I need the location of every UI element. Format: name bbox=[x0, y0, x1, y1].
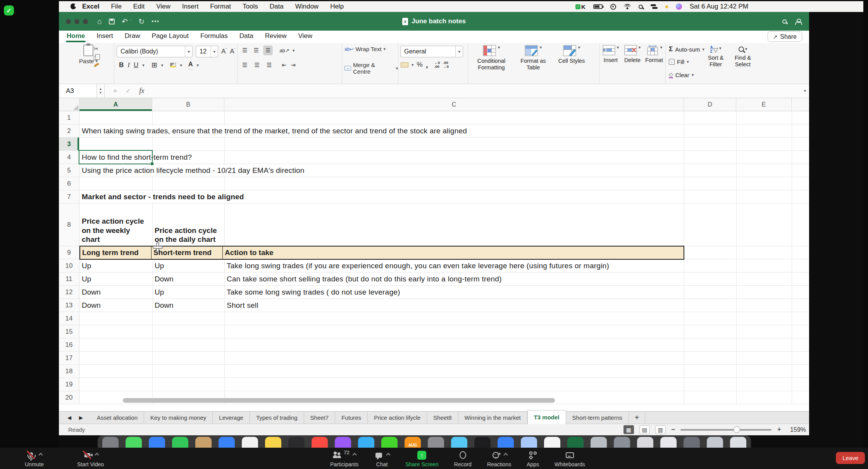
record-button[interactable]: Record bbox=[454, 450, 472, 467]
chat-chevron-icon[interactable] bbox=[386, 453, 390, 457]
add-sheet-button[interactable]: + bbox=[629, 412, 646, 424]
undo-icon[interactable]: ↶ bbox=[122, 17, 128, 26]
screen-mirroring-icon[interactable] bbox=[610, 4, 616, 10]
italic-button[interactable]: I bbox=[127, 61, 130, 69]
account-icon[interactable] bbox=[795, 19, 801, 24]
find-select-button[interactable]: ▾ Find & Select bbox=[730, 46, 756, 67]
sheet-tab-winning-in-the-market[interactable]: Winning in the market bbox=[458, 412, 527, 424]
cell-a8[interactable]: Price action cycle on the weekly chart bbox=[79, 203, 152, 246]
merge-centre-label[interactable]: Merge & Centre bbox=[353, 62, 394, 75]
dock-app-icon[interactable] bbox=[451, 437, 467, 448]
chat-button[interactable]: Chat bbox=[374, 450, 390, 467]
tab-insert[interactable]: Insert bbox=[96, 31, 114, 42]
align-middle-icon[interactable]: ☰ bbox=[252, 46, 260, 55]
dock-app-icon[interactable] bbox=[428, 437, 444, 448]
cell-a13[interactable]: Down bbox=[79, 299, 152, 312]
row-header[interactable]: 17 bbox=[59, 352, 79, 364]
number-format-select[interactable]: General ▾ bbox=[400, 46, 463, 57]
menu-insert[interactable]: Insert bbox=[182, 3, 199, 10]
undo-chevron-icon[interactable]: ˇ bbox=[130, 19, 131, 24]
cell-c10[interactable]: Take long swing trades (if you are exper… bbox=[224, 259, 809, 272]
comma-style-button[interactable]: , bbox=[426, 63, 428, 67]
sheet-tab-t3-model[interactable]: T3 model bbox=[527, 410, 566, 424]
cell-styles-button[interactable]: ▾ Cell Styles bbox=[555, 45, 588, 64]
reactions-button[interactable]: + Reactions bbox=[487, 450, 511, 467]
borders-icon[interactable]: ⊞ bbox=[152, 61, 157, 69]
font-name-select[interactable]: Calibri (Body) ▾ bbox=[117, 46, 193, 57]
column-header-a[interactable]: A bbox=[79, 98, 152, 111]
share-screen-button[interactable]: ↑ Share Screen bbox=[405, 450, 439, 467]
save-icon[interactable] bbox=[109, 19, 115, 24]
tab-review[interactable]: Review bbox=[264, 31, 288, 42]
menu-help[interactable]: Help bbox=[330, 3, 344, 10]
unmute-button[interactable]: Unmute bbox=[25, 450, 44, 467]
dock-app-icon[interactable] bbox=[614, 437, 630, 448]
delete-cells-button[interactable]: ▾ Delete bbox=[622, 45, 643, 64]
row-header[interactable]: 4 bbox=[59, 151, 79, 164]
reactions-chevron-icon[interactable] bbox=[503, 453, 508, 457]
zoom-level-label[interactable]: 159% bbox=[787, 426, 806, 433]
cell-b9[interactable]: Short-term trend bbox=[152, 247, 223, 259]
dock-app-icon[interactable] bbox=[242, 437, 258, 448]
sheet-tab-price-action-lifycle[interactable]: Price action lifycle bbox=[368, 412, 427, 424]
cell-b11[interactable]: Down bbox=[152, 272, 224, 285]
leave-meeting-button[interactable]: Leave bbox=[836, 452, 865, 464]
cell-b12[interactable]: Up bbox=[152, 286, 224, 298]
accounting-format-icon[interactable] bbox=[401, 62, 408, 67]
enter-icon[interactable]: ✓ bbox=[126, 87, 131, 95]
increase-indent-icon[interactable]: ⇥ bbox=[291, 62, 296, 69]
align-left-icon[interactable]: ☰ bbox=[241, 61, 249, 69]
dock-app-icon[interactable] bbox=[730, 437, 746, 448]
increase-font-button[interactable]: Aˆ bbox=[221, 48, 227, 55]
decrease-indent-icon[interactable]: ⇤ bbox=[282, 62, 287, 69]
zoom-slider-thumb[interactable] bbox=[734, 426, 740, 433]
column-header-c[interactable]: C bbox=[224, 98, 684, 111]
row-header[interactable]: 19 bbox=[59, 378, 79, 391]
menu-view[interactable]: View bbox=[156, 3, 170, 10]
wrap-text-label[interactable]: Wrap Text bbox=[355, 46, 381, 52]
zoom-slider[interactable] bbox=[680, 429, 772, 431]
menu-format[interactable]: Format bbox=[210, 3, 231, 10]
dock-app-icon[interactable] bbox=[172, 437, 188, 448]
page-layout-view-button[interactable]: ▤ bbox=[639, 425, 650, 434]
dock-app-icon[interactable] bbox=[126, 437, 142, 448]
autosum-button[interactable]: Σ Auto-sum ▾ bbox=[669, 45, 704, 53]
cell-b10[interactable]: Up bbox=[152, 259, 224, 272]
menu-window[interactable]: Window bbox=[295, 3, 319, 10]
menu-edit[interactable]: Edit bbox=[133, 3, 145, 10]
dock-app-icon[interactable] bbox=[660, 437, 677, 448]
spotlight-search-icon[interactable] bbox=[639, 5, 643, 9]
copy-icon[interactable] bbox=[94, 56, 98, 60]
keyboard-app-icon[interactable]: ✓K bbox=[575, 3, 586, 10]
cell-a10[interactable]: Up bbox=[79, 259, 152, 272]
tab-draw[interactable]: Draw bbox=[124, 31, 141, 42]
format-painter-icon[interactable] bbox=[94, 62, 99, 67]
zoom-window-button[interactable] bbox=[83, 19, 88, 24]
horizontal-scrollbar[interactable] bbox=[123, 398, 555, 403]
font-color-icon[interactable]: A bbox=[188, 61, 193, 69]
dock-app-icon[interactable] bbox=[195, 437, 212, 448]
dock-app-icon[interactable] bbox=[544, 437, 560, 448]
decrease-font-button[interactable]: Aˇ bbox=[230, 48, 235, 55]
align-center-icon[interactable]: ☰ bbox=[253, 61, 261, 69]
row-header[interactable]: 11 bbox=[59, 272, 79, 285]
insert-function-icon[interactable]: fx bbox=[139, 87, 144, 95]
wifi-icon[interactable] bbox=[624, 4, 631, 9]
row-header[interactable]: 13 bbox=[59, 299, 79, 312]
cell-c11[interactable]: Can take some short selling trades (but … bbox=[224, 272, 809, 285]
dock-app-icon[interactable] bbox=[358, 437, 374, 448]
font-size-select[interactable]: 12 ▾ bbox=[196, 46, 218, 57]
dock-app-icon[interactable] bbox=[474, 437, 491, 448]
dock-app-icon[interactable] bbox=[219, 437, 235, 448]
row-header[interactable]: 1 bbox=[59, 111, 79, 124]
menu-file[interactable]: File bbox=[111, 3, 121, 10]
dock-app-icon[interactable]: AUG bbox=[405, 437, 421, 448]
minimize-window-button[interactable] bbox=[74, 19, 79, 24]
align-top-icon[interactable]: ☰ bbox=[241, 46, 249, 55]
sheet-tab-sheet8[interactable]: Sheet8 bbox=[427, 412, 458, 424]
unmute-chevron-icon[interactable] bbox=[38, 453, 43, 457]
increase-decimal-button[interactable]: .00→0 bbox=[443, 61, 449, 69]
formula-input[interactable] bbox=[144, 84, 809, 98]
column-header-partial[interactable] bbox=[792, 98, 809, 111]
siri-icon[interactable] bbox=[676, 3, 682, 10]
